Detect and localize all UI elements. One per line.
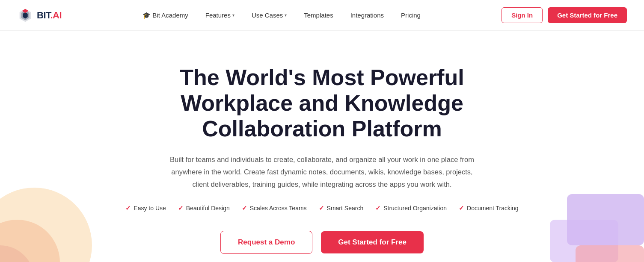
nav-features[interactable]: Features ▾	[199, 8, 241, 22]
hero-subtitle: Built for teams and individuals to creat…	[168, 153, 476, 191]
signin-button[interactable]: Sign In	[502, 7, 543, 23]
nav-integrations[interactable]: Integrations	[344, 8, 391, 22]
nav-academy[interactable]: 🎓 Bit Academy	[136, 8, 195, 23]
academy-icon: 🎓	[142, 12, 151, 19]
feature-item: ✓Structured Organization	[375, 204, 447, 212]
checkmark-icon: ✓	[125, 204, 131, 212]
get-started-free-button[interactable]: Get Started for Free	[321, 231, 424, 253]
features-chevron-icon: ▾	[232, 13, 234, 18]
features-list: ✓Easy to Use✓Beautiful Design✓Scales Acr…	[17, 204, 627, 212]
feature-item: ✓Easy to Use	[125, 204, 166, 212]
cta-buttons: Request a Demo Get Started for Free	[17, 231, 627, 254]
feature-item: ✓Smart Search	[319, 204, 364, 212]
nav-templates[interactable]: Templates	[297, 8, 340, 22]
feature-item: ✓Scales Across Teams	[242, 204, 307, 212]
nav-use-cases[interactable]: Use Cases ▾	[245, 8, 294, 22]
get-started-nav-button[interactable]: Get Started for Free	[548, 7, 627, 23]
checkmark-icon: ✓	[459, 204, 464, 212]
feature-item: ✓Document Tracking	[459, 204, 519, 212]
logo-text: BIT.AI	[37, 10, 62, 21]
nav-links: 🎓 Bit Academy Features ▾ Use Cases ▾ Tem…	[136, 8, 427, 23]
nav-actions: Sign In Get Started for Free	[502, 7, 627, 23]
checkmark-icon: ✓	[242, 204, 247, 212]
logo[interactable]: BIT.AI	[17, 7, 62, 24]
feature-item: ✓Beautiful Design	[178, 204, 230, 212]
logo-icon	[17, 7, 33, 24]
navbar: BIT.AI 🎓 Bit Academy Features ▾ Use Case…	[0, 0, 644, 31]
hero-title: The World's Most Powerful Workplace and …	[130, 65, 515, 141]
nav-pricing[interactable]: Pricing	[394, 8, 427, 22]
checkmark-icon: ✓	[375, 204, 381, 212]
use-cases-chevron-icon: ▾	[285, 13, 287, 18]
request-demo-button[interactable]: Request a Demo	[220, 231, 312, 254]
hero-section: The World's Most Powerful Workplace and …	[0, 31, 644, 262]
checkmark-icon: ✓	[319, 204, 324, 212]
checkmark-icon: ✓	[178, 204, 184, 212]
